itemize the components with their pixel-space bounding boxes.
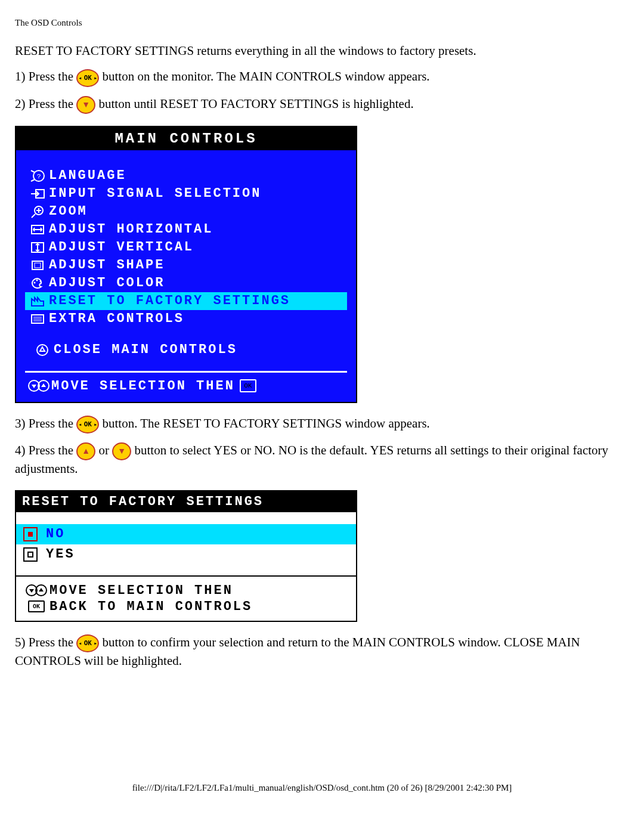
step2-text-b: button until RESET TO FACTORY SETTINGS i… bbox=[99, 97, 414, 111]
reset-back-text: BACK TO MAIN CONTROLS bbox=[49, 599, 252, 614]
reset-title: RESET TO FACTORY SETTINGS bbox=[16, 491, 356, 512]
step2-text-a: 2) Press the bbox=[15, 97, 76, 111]
step-5: 5) Press the OK button to confirm your s… bbox=[15, 634, 629, 670]
factory-icon bbox=[26, 294, 49, 308]
osd-title: MAIN CONTROLS bbox=[16, 127, 356, 150]
svg-rect-7 bbox=[35, 263, 41, 268]
osd-item-label: ZOOM bbox=[49, 204, 88, 219]
radio-selected-icon bbox=[23, 527, 38, 541]
up-button-icon: ▲ bbox=[76, 442, 95, 460]
step5-text-a: 5) Press the bbox=[15, 635, 76, 649]
close-icon bbox=[31, 343, 54, 357]
step1-text-a: 1) Press the bbox=[15, 69, 76, 83]
svg-point-9 bbox=[36, 279, 38, 281]
down-button-icon: ▼ bbox=[76, 96, 95, 114]
osd-footer-text: MOVE SELECTION THEN bbox=[51, 379, 235, 394]
step3-text-a: 3) Press the bbox=[15, 416, 76, 431]
input-icon bbox=[26, 187, 49, 201]
osd-item-label: ADJUST SHAPE bbox=[49, 258, 165, 272]
osd-item-zoom: ZOOM bbox=[25, 203, 347, 221]
step5-text-b: button to confirm your selection and ret… bbox=[15, 635, 580, 668]
reset-no-label: NO bbox=[46, 527, 65, 541]
osd-item-label: ADJUST COLOR bbox=[49, 275, 165, 290]
intro-text: RESET TO FACTORY SETTINGS returns everyt… bbox=[15, 42, 629, 60]
osd-close-label: CLOSE MAIN CONTROLS bbox=[54, 342, 237, 357]
osd-item-vertical: ADJUST VERTICAL bbox=[25, 239, 347, 256]
svg-rect-6 bbox=[32, 261, 43, 270]
step-2: 2) Press the ▼ button until RESET TO FAC… bbox=[15, 95, 629, 114]
osd-item-label: RESET TO FACTORY SETTINGS bbox=[49, 293, 290, 308]
osd-item-horizontal: ADJUST HORIZONTAL bbox=[25, 221, 347, 239]
step1-text-b: button on the monitor. The MAIN CONTROLS… bbox=[103, 69, 430, 83]
horizontal-icon bbox=[26, 222, 49, 237]
osd-item-shape: ADJUST SHAPE bbox=[25, 256, 347, 274]
file-path-footer: file:///D|/rita/LF2/LF2/LFa1/multi_manua… bbox=[15, 783, 629, 793]
color-icon bbox=[26, 276, 49, 290]
svg-text:?: ? bbox=[37, 173, 41, 180]
page-header: The OSD Controls bbox=[15, 18, 629, 28]
step-1: 1) Press the OK button on the monitor. T… bbox=[15, 68, 629, 86]
osd-main-controls-window: MAIN CONTROLS ? LANGUAGE INPUT SIGNAL SE… bbox=[15, 126, 357, 403]
osd-item-label: ADJUST HORIZONTAL bbox=[49, 222, 213, 237]
osd-item-color: ADJUST COLOR bbox=[25, 274, 347, 292]
zoom-icon bbox=[26, 205, 49, 219]
osd-item-language: ? LANGUAGE bbox=[25, 167, 347, 185]
osd-footer: MOVE SELECTION THEN OK bbox=[25, 371, 347, 398]
osd-reset-window: RESET TO FACTORY SETTINGS NO YES MOVE SE… bbox=[15, 490, 357, 622]
ok-button-icon: OK bbox=[76, 634, 99, 652]
language-icon: ? bbox=[26, 169, 49, 183]
step4-or: or bbox=[99, 443, 113, 457]
reset-option-no: NO bbox=[16, 524, 356, 544]
osd-item-label: ADJUST VERTICAL bbox=[49, 240, 194, 255]
extra-icon bbox=[26, 312, 49, 326]
osd-item-input: INPUT SIGNAL SELECTION bbox=[25, 185, 347, 203]
up-down-arrows-icon bbox=[26, 379, 51, 392]
reset-option-yes: YES bbox=[16, 544, 356, 565]
shape-icon bbox=[26, 258, 49, 272]
step4-text-a: 4) Press the bbox=[15, 443, 76, 457]
osd-item-label: INPUT SIGNAL SELECTION bbox=[49, 186, 261, 201]
svg-point-10 bbox=[40, 280, 42, 282]
reset-move-text: MOVE SELECTION THEN bbox=[49, 583, 233, 598]
ok-button-icon: OK bbox=[76, 416, 99, 433]
up-down-arrows-icon bbox=[23, 584, 49, 597]
step3-text-b: button. The RESET TO FACTORY SETTINGS wi… bbox=[103, 416, 430, 431]
step-3: 3) Press the OK button. The RESET TO FAC… bbox=[15, 415, 629, 433]
reset-footer: MOVE SELECTION THEN OK BACK TO MAIN CONT… bbox=[16, 575, 356, 621]
ok-button-icon: OK bbox=[76, 69, 99, 87]
osd-item-label: EXTRA CONTROLS bbox=[49, 311, 184, 326]
reset-yes-label: YES bbox=[46, 547, 75, 562]
ok-glyph-icon: OK bbox=[23, 600, 49, 612]
osd-item-extra: EXTRA CONTROLS bbox=[25, 310, 347, 328]
ok-glyph-icon: OK bbox=[240, 379, 256, 392]
down-button-icon: ▼ bbox=[112, 442, 131, 460]
osd-item-reset: RESET TO FACTORY SETTINGS bbox=[25, 292, 347, 310]
osd-item-label: LANGUAGE bbox=[49, 168, 126, 183]
svg-point-8 bbox=[34, 281, 36, 283]
radio-unselected-icon bbox=[23, 547, 38, 562]
osd-close-row: CLOSE MAIN CONTROLS bbox=[25, 341, 347, 359]
vertical-icon bbox=[26, 240, 49, 255]
step-4: 4) Press the ▲ or ▼ button to select YES… bbox=[15, 442, 629, 478]
